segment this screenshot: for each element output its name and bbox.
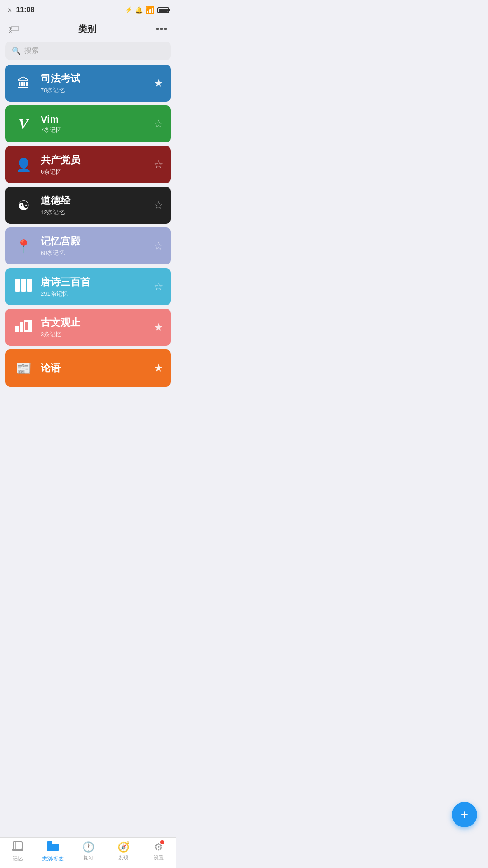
svg-rect-4 <box>20 322 23 332</box>
star-icon[interactable]: ★ <box>154 77 164 90</box>
header: 🏷 类别 ••• <box>0 18 176 42</box>
card-title: 论语 <box>41 361 154 375</box>
wifi-icon: 📶 <box>145 6 155 14</box>
page-title: 类别 <box>78 23 96 35</box>
vim-icon: V <box>19 116 28 132</box>
nav-label-review: 复习 <box>83 854 93 861</box>
star-icon[interactable]: ☆ <box>154 280 164 293</box>
status-bar: ✕ 11:08 ⚡ 🔔 📶 <box>0 0 176 18</box>
card-icon-wrap <box>13 276 34 297</box>
card-icon-wrap <box>13 316 34 338</box>
card-text: 记忆宫殿 68条记忆 <box>41 235 154 257</box>
category-list: 🏛 司法考试 78条记忆 ★ V Vim 7条记忆 ☆ 👤 共产党员 6条记忆 … <box>0 65 176 427</box>
card-title: Vim <box>41 113 154 125</box>
svg-rect-7 <box>13 842 22 849</box>
card-text: 道德经 12条记忆 <box>41 194 154 217</box>
card-icon-wrap: V <box>13 113 34 135</box>
location-icon: 📍 <box>16 239 32 254</box>
category-card-gongchan[interactable]: 👤 共产党员 6条记忆 ☆ <box>5 146 171 183</box>
nav-label-discover: 发现 <box>118 854 128 861</box>
card-title: 司法考试 <box>41 72 154 85</box>
search-placeholder-text: 搜索 <box>24 46 39 56</box>
star-icon[interactable]: ★ <box>154 321 164 334</box>
category-card-jiyigong[interactable]: 📍 记忆宫殿 68条记忆 ☆ <box>5 227 171 264</box>
battery-icon <box>157 7 169 13</box>
status-time: 11:08 <box>16 6 34 14</box>
settings-icon-wrap: ⚙ <box>154 841 163 853</box>
star-icon[interactable]: ☆ <box>154 118 164 130</box>
star-icon[interactable]: ☆ <box>154 240 164 252</box>
card-icon-wrap: ☯ <box>13 194 34 216</box>
svg-rect-10 <box>12 849 23 851</box>
newspaper-icon: 📰 <box>16 361 32 376</box>
search-bar[interactable]: 🔍 搜索 <box>5 42 171 60</box>
star-icon[interactable]: ☆ <box>154 158 164 171</box>
sim-icon: ✕ <box>7 7 12 14</box>
card-title: 唐诗三百首 <box>41 275 154 289</box>
person-icon: 👤 <box>16 157 32 172</box>
card-text: Vim 7条记忆 <box>41 113 154 134</box>
bottom-nav: 记忆 类别/标签 🕐 复习 🧭 发现 ⚙ 设置 <box>0 837 176 868</box>
category-card-vim[interactable]: V Vim 7条记忆 ☆ <box>5 105 171 142</box>
card-title: 道德经 <box>41 194 154 208</box>
card-title: 记忆宫殿 <box>41 235 154 248</box>
card-subtitle: 78条记忆 <box>41 86 154 94</box>
category-card-tangshi[interactable]: 唐诗三百首 291条记忆 ☆ <box>5 268 171 305</box>
nav-label-memory: 记忆 <box>13 855 23 862</box>
status-left: ✕ 11:08 <box>7 6 34 14</box>
building-icon: 🏛 <box>17 76 30 91</box>
card-icon-wrap: 📰 <box>13 357 34 379</box>
category-card-lunyu[interactable]: 📰 论语 ★ <box>5 349 171 387</box>
settings-badge <box>160 840 164 844</box>
battery-fill <box>159 9 168 12</box>
tag-icon[interactable]: 🏷 <box>8 23 19 35</box>
svg-rect-2 <box>27 279 32 292</box>
yinyang-icon: ☯ <box>18 198 30 213</box>
card-text: 古文观止 3条记忆 <box>41 316 154 339</box>
card-subtitle: 6条记忆 <box>41 168 154 176</box>
card-subtitle: 12条记忆 <box>41 208 154 217</box>
grid-icon <box>15 279 32 295</box>
nav-label-settings: 设置 <box>154 854 164 861</box>
star-icon[interactable]: ☆ <box>154 199 164 212</box>
more-button[interactable]: ••• <box>156 24 168 34</box>
category-card-daodejing[interactable]: ☯ 道德经 12条记忆 ☆ <box>5 187 171 224</box>
category-nav-icon <box>47 841 59 854</box>
card-icon-wrap: 📍 <box>13 235 34 257</box>
memory-nav-icon <box>12 841 23 854</box>
nav-item-settings[interactable]: ⚙ 设置 <box>141 841 176 861</box>
card-title: 共产党员 <box>41 153 154 167</box>
card-text: 论语 <box>41 361 154 375</box>
nav-item-review[interactable]: 🕐 复习 <box>70 841 106 861</box>
svg-rect-1 <box>21 279 26 292</box>
bluetooth-icon: ⚡ <box>125 6 132 14</box>
chart-icon <box>15 320 32 335</box>
card-text: 司法考试 78条记忆 <box>41 72 154 94</box>
card-text: 唐诗三百首 291条记忆 <box>41 275 154 298</box>
nav-item-discover[interactable]: 🧭 发现 <box>106 841 141 861</box>
category-card-sifa[interactable]: 🏛 司法考试 78条记忆 ★ <box>5 65 171 102</box>
card-subtitle: 68条记忆 <box>41 249 154 257</box>
card-icon-wrap: 🏛 <box>13 72 34 94</box>
svg-rect-12 <box>47 841 52 845</box>
card-subtitle: 7条记忆 <box>41 126 154 134</box>
bottom-wrapper: 记忆 类别/标签 🕐 复习 🧭 发现 ⚙ 设置 <box>0 852 176 868</box>
status-icons: ⚡ 🔔 📶 <box>125 6 169 14</box>
card-text: 共产党员 6条记忆 <box>41 153 154 176</box>
nav-label-category: 类别/标签 <box>42 855 63 862</box>
search-icon: 🔍 <box>12 47 21 55</box>
card-subtitle: 291条记忆 <box>41 290 154 298</box>
nav-item-category[interactable]: 类别/标签 <box>35 841 70 862</box>
svg-rect-6 <box>25 322 28 330</box>
nav-item-memory[interactable]: 记忆 <box>0 841 35 862</box>
card-title: 古文观止 <box>41 316 154 330</box>
card-subtitle: 3条记忆 <box>41 330 154 339</box>
category-card-guwenguanzhi[interactable]: 古文观止 3条记忆 ★ <box>5 309 171 346</box>
silent-icon: 🔔 <box>135 6 143 14</box>
compass-nav-icon: 🧭 <box>117 841 130 853</box>
card-icon-wrap: 👤 <box>13 154 34 175</box>
star-icon[interactable]: ★ <box>154 362 164 374</box>
svg-rect-3 <box>15 326 19 332</box>
clock-nav-icon: 🕐 <box>82 841 94 853</box>
svg-rect-0 <box>15 279 20 292</box>
